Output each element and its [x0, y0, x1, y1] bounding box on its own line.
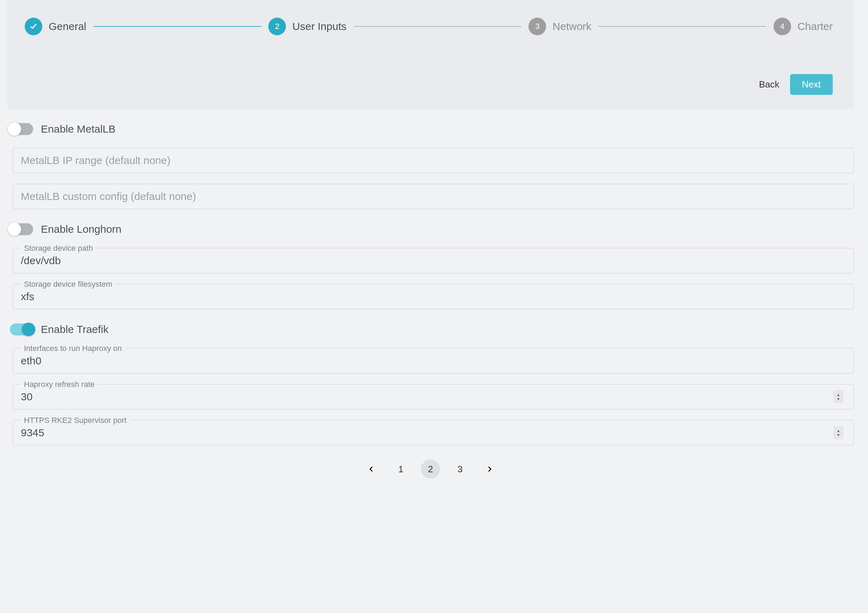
toggle-knob: [8, 223, 21, 236]
metallb-config-input[interactable]: [13, 184, 854, 209]
chevron-left-icon: [368, 466, 375, 473]
traefik-section: Enable Traefik Interfaces to run Haproxy…: [7, 323, 854, 445]
stepper-connector: [93, 26, 262, 27]
pagination-next[interactable]: [480, 459, 499, 479]
pagination-page-1[interactable]: 1: [391, 459, 411, 479]
toggle-label: Enable MetalLB: [41, 123, 116, 135]
toggle-row-longhorn: Enable Longhorn: [7, 223, 854, 235]
pagination-page-3[interactable]: 3: [451, 459, 470, 479]
step-label: General: [49, 20, 86, 33]
field-label: Storage device filesystem: [20, 280, 116, 289]
supervisor-port-input[interactable]: [13, 420, 854, 445]
field-label: HTTPS RKE2 Supervisor port: [20, 416, 130, 425]
enable-longhorn-toggle[interactable]: [10, 223, 33, 235]
stepper: General 2 User Inputs 3 Network 4: [25, 18, 833, 35]
metallb-config-field: [7, 184, 854, 209]
chevron-down-icon: ▾: [837, 397, 839, 401]
toggle-row-metallb: Enable MetalLB: [7, 123, 854, 135]
storage-device-fs-input[interactable]: [13, 284, 854, 309]
field-label: Storage device path: [20, 244, 97, 253]
stepper-connector: [353, 26, 522, 27]
step-circle-done: [25, 18, 42, 35]
storage-device-path-input[interactable]: [13, 248, 854, 273]
step-general[interactable]: General: [25, 18, 86, 35]
step-label: User Inputs: [292, 20, 346, 33]
step-label: Charter: [797, 20, 833, 33]
enable-metallb-toggle[interactable]: [10, 123, 33, 135]
number-stepper[interactable]: ▴▾: [834, 427, 843, 439]
pagination-page-2[interactable]: 2: [421, 459, 440, 479]
field-label: Haproxy refresh rate: [20, 380, 98, 389]
field-label: Interfaces to run Haproxy on: [20, 344, 126, 353]
chevron-right-icon: [486, 466, 493, 473]
step-label: Network: [552, 20, 591, 33]
haproxy-refresh-field: Haproxy refresh rate ▴▾: [7, 384, 854, 410]
step-circle-pending: 4: [773, 18, 791, 35]
toggle-knob: [8, 123, 21, 136]
check-icon: [29, 22, 38, 31]
haproxy-interfaces-input[interactable]: [13, 348, 854, 374]
stepper-connector: [598, 26, 766, 27]
longhorn-section: Enable Longhorn Storage device path Stor…: [7, 223, 854, 309]
pagination-prev[interactable]: [362, 459, 381, 479]
chevron-down-icon: ▾: [837, 433, 839, 437]
number-stepper[interactable]: ▴▾: [834, 390, 843, 403]
metallb-ip-range-field: [7, 148, 854, 173]
haproxy-refresh-input[interactable]: [13, 384, 854, 410]
haproxy-interfaces-field: Interfaces to run Haproxy on: [7, 348, 854, 374]
metallb-section: Enable MetalLB: [7, 123, 854, 209]
toggle-label: Enable Longhorn: [41, 223, 122, 235]
toggle-label: Enable Traefik: [41, 323, 108, 335]
step-charter[interactable]: 4 Charter: [773, 18, 833, 35]
storage-device-path-field: Storage device path: [7, 248, 854, 273]
toggle-row-traefik: Enable Traefik: [7, 323, 854, 335]
toggle-knob: [22, 323, 35, 336]
next-button[interactable]: Next: [790, 74, 833, 95]
step-number: 2: [275, 22, 279, 31]
stepper-card: General 2 User Inputs 3 Network 4: [7, 0, 854, 109]
step-circle-pending: 3: [529, 18, 546, 35]
step-user-inputs[interactable]: 2 User Inputs: [268, 18, 346, 35]
storage-device-fs-field: Storage device filesystem: [7, 284, 854, 309]
metallb-ip-range-input[interactable]: [13, 148, 854, 173]
enable-traefik-toggle[interactable]: [10, 323, 33, 335]
step-network[interactable]: 3 Network: [529, 18, 591, 35]
step-circle-active: 2: [268, 18, 286, 35]
step-number: 4: [780, 22, 784, 31]
pagination: 1 2 3: [7, 459, 854, 479]
back-button[interactable]: Back: [759, 79, 780, 90]
step-number: 3: [535, 22, 539, 31]
supervisor-port-field: HTTPS RKE2 Supervisor port ▴▾: [7, 420, 854, 445]
stepper-actions: Back Next: [25, 74, 833, 95]
